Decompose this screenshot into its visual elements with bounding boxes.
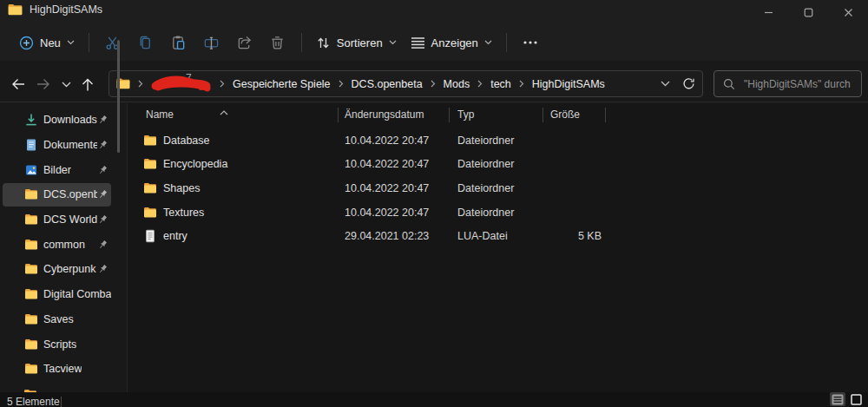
breadcrumb-chevron-icon [339, 80, 344, 88]
pictures-icon [24, 163, 38, 177]
column-resize-handle[interactable] [338, 108, 339, 122]
view-toggles [830, 392, 864, 406]
arrow-left-icon [11, 78, 25, 90]
column-resize-handle[interactable] [542, 108, 543, 122]
crumb-highdigitsams[interactable]: HighDigitSAMs [532, 78, 605, 90]
search-input[interactable] [742, 77, 852, 91]
maximize-button[interactable] [788, 0, 828, 24]
file-type: Dateiordner [457, 135, 514, 147]
file-row-shapes[interactable]: Shapes 10.04.2022 20:47 Dateiordner [128, 176, 868, 200]
close-button[interactable] [828, 0, 868, 24]
pin-icon [97, 264, 108, 275]
file-row-database[interactable]: Database 10.04.2022 20:47 Dateiordner [128, 128, 868, 153]
column-header-size[interactable]: Größe [550, 108, 580, 121]
share-button[interactable] [228, 30, 261, 56]
rename-button[interactable] [195, 30, 228, 56]
arrow-up-icon [82, 78, 94, 91]
sidebar-item-saves[interactable]: Saves [0, 307, 127, 332]
file-row-entry[interactable]: entry 29.04.2021 02:23 LUA-Datei 5 KB [128, 224, 868, 248]
file-size: 5 KB [578, 230, 602, 242]
cut-button[interactable] [96, 30, 129, 56]
forward-button[interactable] [32, 73, 55, 95]
sidebar-item-dokumente[interactable]: Dokumente [0, 133, 127, 158]
delete-button[interactable] [261, 30, 294, 56]
file-row-encyclopedia[interactable]: Encyclopedia 10.04.2022 20:47 Dateiordne… [128, 153, 868, 177]
sidebar-item-label: Downloads [43, 114, 97, 126]
view-button-label: Anzeigen [431, 36, 478, 49]
folder-icon [24, 287, 38, 301]
details-view-button[interactable] [830, 392, 845, 406]
sidebar-item-dcs-openbeta[interactable]: DCS.openbet [0, 182, 127, 207]
view-button[interactable]: Anzeigen [404, 31, 499, 55]
sort-ascending-icon [220, 103, 228, 119]
sidebar-scrollbar-thumb[interactable] [117, 40, 120, 153]
column-header-date[interactable]: Änderungsdatum [345, 108, 424, 121]
toolbar-separator [301, 33, 302, 52]
arrow-right-icon [36, 78, 50, 90]
file-type: Dateiordner [457, 182, 514, 194]
sidebar-item-bilder[interactable]: Bilder [0, 157, 127, 182]
sidebar-item-cyberpunk[interactable]: Cyberpunk 20 [0, 257, 127, 282]
list-lines-icon [411, 36, 425, 49]
details-view-icon [832, 394, 844, 405]
recent-locations-button[interactable] [55, 73, 77, 95]
plus-circle-icon [19, 36, 34, 50]
address-dropdown-chevron-icon[interactable] [661, 81, 670, 87]
sort-button[interactable]: Sortieren [309, 30, 404, 56]
crumb-tech[interactable]: tech [490, 78, 511, 90]
title-bar-left: HighDigitSAMs [8, 3, 102, 16]
file-row-textures[interactable]: Textures 10.04.2022 20:47 Dateiordner [128, 200, 868, 225]
command-bar: Neu Sortieren Anzeigen [0, 24, 868, 61]
red-scribble-redaction [151, 75, 212, 94]
file-rows: Database 10.04.2022 20:47 Dateiordner En… [128, 128, 868, 248]
more-options-button[interactable] [514, 30, 547, 56]
column-resize-handle[interactable] [449, 108, 450, 122]
sidebar-item-digital-combat[interactable]: Digital Combat S [0, 282, 127, 307]
folder-icon [24, 262, 38, 276]
crumb-gespeicherte-spiele[interactable]: Gespeicherte Spiele [233, 78, 331, 90]
column-header-name[interactable]: Name [146, 108, 174, 121]
sidebar-item-common[interactable]: common [0, 232, 127, 257]
sidebar-item-label: Cyberpunk 20 [43, 263, 97, 275]
trash-icon [269, 35, 286, 51]
pin-icon [97, 140, 108, 151]
sidebar-item-downloads[interactable]: Downloads [0, 108, 127, 133]
sidebar-item-label: Bilder [43, 164, 71, 176]
search-box[interactable] [713, 70, 862, 97]
sidebar-item-label: DCS.openbet [43, 188, 97, 200]
icons-view-button[interactable] [848, 392, 864, 406]
refresh-icon[interactable] [682, 77, 695, 90]
column-resize-handle[interactable] [605, 108, 606, 122]
copy-icon [137, 35, 154, 51]
sidebar-item-scripts[interactable]: Scripts [0, 332, 127, 357]
redacted-username-crumb[interactable]: 7, [151, 75, 212, 94]
up-button[interactable] [76, 73, 99, 95]
paste-button[interactable] [162, 30, 195, 56]
file-date: 10.04.2022 20:47 [345, 158, 429, 170]
column-header-type[interactable]: Typ [457, 108, 474, 121]
pin-icon [97, 214, 108, 226]
new-button[interactable]: Neu [12, 30, 82, 56]
folder-icon [24, 362, 38, 376]
breadcrumb: 7, Gespeicherte Spiele DCS.openbeta Mods… [116, 75, 605, 94]
folder-icon [8, 3, 23, 16]
sidebar-item-dcs-world[interactable]: DCS World O [0, 207, 127, 233]
download-icon [24, 113, 38, 127]
sidebar-item-label: Scripts [43, 338, 76, 351]
back-button[interactable] [7, 73, 30, 95]
status-divider [61, 397, 62, 407]
breadcrumb-chevron-icon [220, 80, 225, 88]
file-date: 10.04.2022 20:47 [345, 182, 429, 194]
crumb-dcs-openbeta[interactable]: DCS.openbeta [352, 78, 423, 90]
folder-icon [24, 312, 38, 326]
minimize-button[interactable] [748, 0, 788, 24]
chevron-down-icon [62, 82, 71, 88]
clipboard-paste-icon [170, 35, 187, 51]
sidebar-item-tacview[interactable]: Tacview [0, 357, 127, 382]
crumb-mods[interactable]: Mods [444, 78, 470, 90]
folder-icon [143, 181, 157, 195]
copy-button[interactable] [129, 30, 162, 56]
sort-arrows-icon [316, 36, 331, 50]
file-name: Encyclopedia [163, 158, 227, 170]
address-bar[interactable]: 7, Gespeicherte Spiele DCS.openbeta Mods… [108, 70, 703, 97]
